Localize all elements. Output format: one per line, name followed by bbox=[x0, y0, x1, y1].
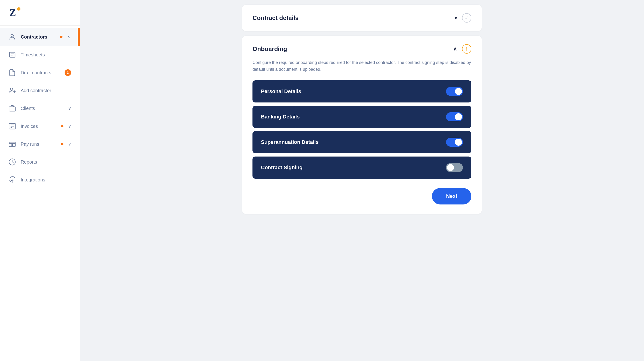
contract-details-title: Contract details bbox=[252, 14, 299, 22]
svg-point-16 bbox=[12, 144, 13, 146]
contract-details-header-right: ▾ ✓ bbox=[454, 13, 471, 23]
sidebar-item-contractors[interactable]: Contractors ∧ bbox=[0, 28, 80, 46]
superannuation-details-label: Superannuation Details bbox=[261, 139, 319, 145]
banking-details-row: Banking Details bbox=[252, 106, 471, 128]
onboarding-description: Configure the required onboarding steps … bbox=[242, 59, 482, 80]
sidebar-item-add-contractor[interactable]: Add contractor bbox=[0, 82, 80, 99]
contract-signing-row: Contract Signing bbox=[252, 157, 471, 179]
superannuation-details-row: Superannuation Details bbox=[252, 131, 471, 153]
svg-point-3 bbox=[11, 34, 14, 37]
draft-contracts-badge: 3 bbox=[64, 69, 71, 76]
personal-details-toggle[interactable] bbox=[446, 87, 463, 96]
sidebar-item-pay-runs[interactable]: Pay runs ∨ bbox=[0, 135, 80, 153]
onboarding-chevron-icon: ∧ bbox=[453, 46, 457, 52]
sidebar-item-invoices[interactable]: Invoices ∨ bbox=[0, 117, 80, 135]
next-button-wrapper: Next bbox=[242, 188, 482, 214]
contractors-dot bbox=[60, 36, 62, 38]
sidebar: Z Contractors ∧ Timesheets bbox=[0, 0, 80, 361]
onboarding-status-icon: ! bbox=[462, 44, 471, 54]
logo: Z bbox=[0, 0, 80, 26]
contract-details-header[interactable]: Contract details ▾ ✓ bbox=[242, 5, 482, 31]
sidebar-item-draft-contracts[interactable]: Draft contracts 3 bbox=[0, 64, 80, 82]
banking-details-label: Banking Details bbox=[261, 114, 300, 120]
svg-rect-4 bbox=[10, 52, 15, 57]
personal-details-label: Personal Details bbox=[261, 88, 301, 95]
sidebar-item-timesheets[interactable]: Timesheets bbox=[0, 46, 80, 64]
svg-point-2 bbox=[17, 7, 20, 11]
contract-details-chevron-icon: ▾ bbox=[454, 15, 457, 21]
contract-details-status: ✓ bbox=[462, 13, 471, 23]
contract-signing-toggle[interactable] bbox=[446, 163, 463, 172]
svg-point-7 bbox=[10, 88, 13, 91]
onboarding-header[interactable]: Onboarding ∧ ! bbox=[242, 36, 482, 59]
contract-details-card: Contract details ▾ ✓ bbox=[242, 5, 482, 31]
pay-runs-chevron: ∨ bbox=[68, 142, 71, 147]
clients-chevron: ∨ bbox=[68, 106, 71, 111]
onboarding-card: Onboarding ∧ ! Configure the required on… bbox=[242, 36, 482, 214]
onboarding-toggle-list: Personal Details Banking Details bbox=[242, 80, 482, 188]
invoices-chevron: ∨ bbox=[68, 124, 71, 129]
banking-details-toggle[interactable] bbox=[446, 112, 463, 121]
onboarding-title: Onboarding bbox=[252, 45, 287, 53]
invoices-dot bbox=[61, 125, 64, 127]
sidebar-navigation: Contractors ∧ Timesheets Draft contracts… bbox=[0, 26, 80, 361]
contractors-chevron: ∧ bbox=[67, 34, 70, 40]
sidebar-item-reports[interactable]: Reports bbox=[0, 153, 80, 171]
sidebar-item-clients[interactable]: Clients ∨ bbox=[0, 99, 80, 117]
superannuation-details-toggle[interactable] bbox=[446, 138, 463, 147]
sidebar-item-integrations[interactable]: Integrations bbox=[0, 171, 80, 189]
contract-signing-label: Contract Signing bbox=[261, 165, 302, 171]
main-content: Contract details ▾ ✓ Onboarding ∧ ! Conf… bbox=[80, 0, 644, 361]
next-button[interactable]: Next bbox=[432, 188, 471, 204]
svg-rect-10 bbox=[9, 107, 16, 111]
onboarding-header-right: ∧ ! bbox=[453, 44, 471, 54]
pay-runs-dot bbox=[61, 143, 64, 145]
personal-details-row: Personal Details bbox=[252, 80, 471, 103]
svg-text:Z: Z bbox=[10, 7, 16, 18]
